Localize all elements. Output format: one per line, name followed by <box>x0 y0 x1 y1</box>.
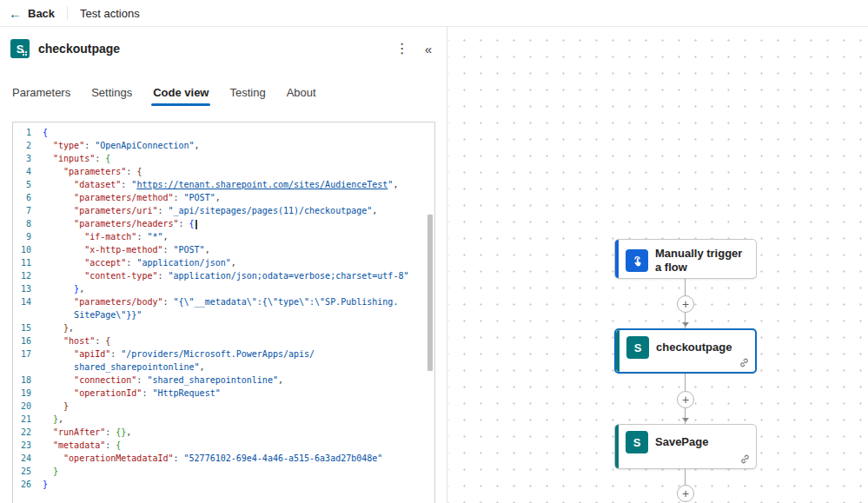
action-node-label: checkoutpage <box>656 341 732 354</box>
code-lines: 1{2"type": "OpenApiConnection",3"inputs"… <box>13 122 434 491</box>
tab-about[interactable]: About <box>276 79 327 106</box>
manual-trigger-icon <box>626 249 648 272</box>
action-node-checkoutpage[interactable]: S checkoutpage <box>614 328 757 374</box>
collapse-panel-icon[interactable]: « <box>421 41 434 57</box>
panel-title: checkoutpage <box>38 42 383 56</box>
insert-step-button[interactable]: + <box>677 485 694 502</box>
panel-header: S checkoutpage ⋮ « <box>0 27 447 65</box>
sharepoint-icon: S <box>626 431 648 453</box>
back-button[interactable]: ← Back <box>9 7 55 20</box>
connector-arrowhead <box>682 322 689 327</box>
trigger-accent-bar <box>615 240 619 278</box>
top-bar: ← Back Test actions <box>0 0 868 27</box>
tab-code-view[interactable]: Code view <box>142 79 219 106</box>
tab-testing[interactable]: Testing <box>219 79 275 106</box>
action-details-panel: S checkoutpage ⋮ « Parameters Settings C… <box>0 27 447 503</box>
tab-parameters[interactable]: Parameters <box>2 79 81 106</box>
panel-tabs: Parameters Settings Code view Testing Ab… <box>0 79 447 106</box>
connection-link-icon <box>739 357 750 368</box>
action-accent-bar <box>616 330 620 372</box>
action-accent-bar <box>615 425 619 468</box>
code-editor[interactable]: 1{2"type": "OpenApiConnection",3"inputs"… <box>12 122 435 503</box>
sharepoint-icon: S <box>626 336 649 359</box>
trigger-node-label: Manually trigger a flow <box>655 247 749 275</box>
connector-arrowhead <box>682 418 689 422</box>
connection-link-icon <box>739 453 751 465</box>
topbar-title: Test actions <box>80 7 140 20</box>
trigger-node-manually-trigger-a-flow[interactable]: Manually trigger a flow <box>614 239 757 279</box>
editor-vertical-scrollbar[interactable] <box>427 215 433 371</box>
more-options-icon[interactable]: ⋮ <box>392 40 413 57</box>
back-label: Back <box>28 7 55 20</box>
insert-step-button[interactable]: + <box>677 391 694 408</box>
back-arrow-icon: ← <box>9 7 22 20</box>
sharepoint-icon: S <box>10 39 30 58</box>
flow-canvas[interactable]: Manually trigger a flow + S checkoutpage… <box>448 27 868 503</box>
insert-step-button[interactable]: + <box>677 295 694 313</box>
tab-settings[interactable]: Settings <box>81 79 142 106</box>
topbar-divider <box>67 6 68 20</box>
action-node-label: SavePage <box>655 435 708 449</box>
action-node-savepage[interactable]: S SavePage <box>614 424 757 469</box>
